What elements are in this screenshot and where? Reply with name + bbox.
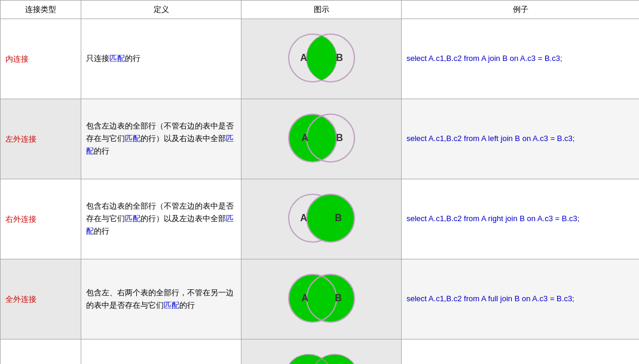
svg-text:B: B	[336, 133, 343, 143]
header-diagram: 图示	[241, 1, 402, 19]
row-example-2: select A.c1,B.c2 from A right join B on …	[402, 179, 640, 259]
svg-text:B: B	[335, 293, 342, 303]
row-diagram-3: A B	[241, 259, 402, 339]
header-example: 例子	[402, 1, 640, 19]
row-type-1: 左外连接	[1, 99, 81, 179]
row-def-1: 包含左边表的全部行（不管右边的表中是否存在与它们匹配的行）以及右边表中全部匹配的…	[81, 99, 241, 179]
row-diagram-4: A B	[241, 339, 402, 365]
svg-text:B: B	[335, 213, 342, 223]
row-def-4: 使用等值以外的条件来匹配左、右两个表中的行	[81, 339, 241, 365]
row-example-3: select A.c1,B.c2 from A full join B on A…	[402, 259, 640, 339]
row-type-3: 全外连接	[1, 259, 81, 339]
row-diagram-2: A B	[241, 179, 402, 259]
row-type-0: 内连接	[1, 19, 81, 99]
row-type-2: 右外连接	[1, 179, 81, 259]
row-def-0: 只连接匹配的行	[81, 19, 241, 99]
row-example-0: select A.c1,B.c2 from A join B on A.c3 =…	[402, 19, 640, 99]
row-def-3: 包含左、右两个表的全部行，不管在另一边的表中是否存在与它们匹配的行	[81, 259, 241, 339]
row-type-4: （theta）连接	[1, 339, 81, 365]
svg-text:A: A	[300, 53, 307, 63]
header-type: 连接类型	[1, 1, 81, 19]
svg-text:A: A	[300, 213, 307, 223]
row-def-2: 包含右边表的全部行（不管左边的表中是否存在与它们匹配的行）以及左边表中全部匹配的…	[81, 179, 241, 259]
svg-text:B: B	[336, 53, 343, 63]
svg-text:A: A	[301, 133, 308, 143]
svg-text:A: A	[301, 293, 308, 303]
row-diagram-0: A B	[241, 19, 402, 99]
row-example-1: select A.c1,B.c2 from A left join B on A…	[402, 99, 640, 179]
header-def: 定义	[81, 1, 241, 19]
row-diagram-1: A B	[241, 99, 402, 179]
row-example-4: select A.c1,B.c2 from A join B on A.c3 !…	[402, 339, 640, 365]
